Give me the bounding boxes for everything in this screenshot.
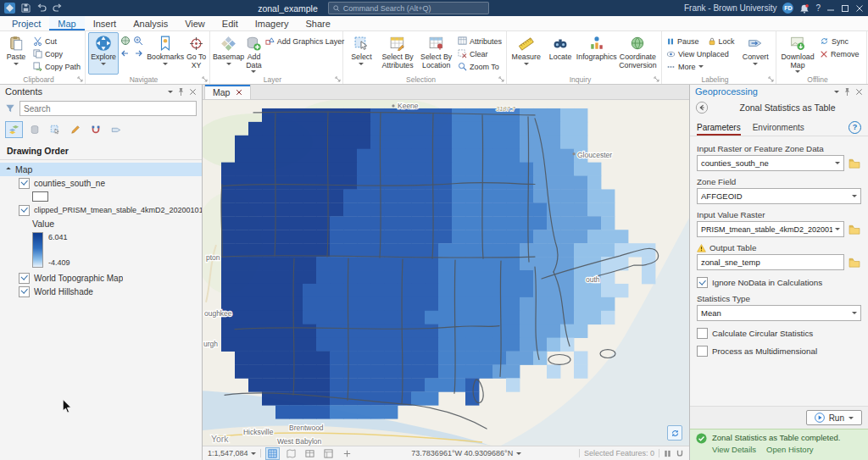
view-unplaced-button[interactable]: View Unplaced	[665, 47, 737, 60]
select-by-attributes-button[interactable]: Select By Attributes	[379, 32, 417, 75]
back-button[interactable]	[695, 101, 709, 114]
bookmarks-button[interactable]: Bookmarks	[147, 32, 184, 75]
expander-icon[interactable]	[6, 167, 11, 172]
signed-in-user[interactable]: Frank - Brown University	[684, 3, 776, 13]
redo-icon[interactable]	[53, 3, 63, 13]
avatar[interactable]: FD	[782, 3, 793, 14]
filter-funnel-icon[interactable]	[5, 103, 15, 114]
zoom-to-selection-button[interactable]: Zoom To	[456, 60, 504, 73]
zone-data-combo[interactable]: counties_south_ne	[697, 155, 844, 171]
explore-button[interactable]: Explore	[88, 32, 119, 75]
tool-help-icon[interactable]: ?	[849, 121, 861, 134]
contents-search-input[interactable]	[19, 101, 197, 116]
statusbar-add-view-icon[interactable]	[340, 447, 354, 460]
layer-visibility-checkbox[interactable]	[19, 178, 30, 189]
list-by-labeling-button[interactable]	[107, 121, 125, 138]
coordinate-conversion-button[interactable]: Coordinate Conversion	[617, 32, 659, 75]
tree-item-raster-layer[interactable]: clipped_PRISM_tmean_stable_4kmD2_2020010…	[0, 203, 202, 217]
map-canvas[interactable]: Keene 3187.7 Gloucester outh pton oughke…	[203, 100, 689, 446]
cut-button[interactable]: Cut	[31, 35, 82, 47]
add-graphics-layer-button[interactable]: Add Graphics Layer	[264, 35, 347, 47]
scale-combo[interactable]: 1:1,547,084	[208, 449, 256, 457]
labeling-launcher-icon[interactable]	[768, 76, 774, 82]
statusbar-grid-view-icon[interactable]	[265, 447, 280, 460]
run-button[interactable]: Run	[806, 410, 862, 425]
undo-icon[interactable]	[36, 3, 47, 13]
geoprocessing-menu-caret-icon[interactable]	[834, 91, 839, 93]
more-labeling-button[interactable]: More	[665, 60, 737, 73]
pause-drawing-icon[interactable]	[664, 450, 671, 457]
contents-close-icon[interactable]	[189, 88, 197, 96]
tree-item-topographic-layer[interactable]: World Topographic Map	[0, 271, 202, 285]
next-extent-icon[interactable]	[133, 48, 145, 60]
list-by-source-button[interactable]	[25, 121, 43, 138]
list-by-editing-button[interactable]	[66, 121, 84, 138]
notifications-bell-icon[interactable]	[799, 3, 810, 14]
tab-share[interactable]: Share	[298, 16, 339, 30]
clipboard-launcher-icon[interactable]	[77, 76, 83, 82]
minimize-icon[interactable]	[826, 4, 835, 13]
help-icon[interactable]: ?	[815, 3, 821, 13]
contents-pin-icon[interactable]	[177, 87, 185, 97]
infographics-button[interactable]: Infographics	[578, 32, 615, 75]
view-details-link[interactable]: View Details	[712, 445, 756, 454]
layer-visibility-checkbox[interactable]	[19, 286, 30, 297]
add-data-button[interactable]: Add Data	[246, 32, 262, 75]
fixed-zoom-in-icon[interactable]	[133, 36, 145, 47]
inquiry-launcher-icon[interactable]	[654, 76, 659, 82]
statistics-type-combo[interactable]: Mean	[697, 305, 861, 321]
selection-launcher-icon[interactable]	[498, 76, 504, 82]
tree-item-hillshade-layer[interactable]: World Hillshade	[0, 285, 202, 298]
value-raster-combo[interactable]: PRISM_tmean_stable_4kmD2_20200101_bil.bi…	[697, 221, 844, 237]
sync-button[interactable]: Sync	[818, 35, 861, 47]
polygon-symbol-swatch[interactable]	[32, 191, 48, 202]
lock-labels-button[interactable]: Lock	[706, 35, 737, 47]
clear-selection-button[interactable]: Clear	[456, 47, 504, 60]
select-by-location-button[interactable]: Select By Location	[418, 32, 454, 75]
ignore-nodata-checkbox[interactable]: Ignore NoData in Calculations	[697, 277, 861, 288]
open-history-link[interactable]: Open History	[766, 445, 813, 454]
tab-view[interactable]: View	[176, 16, 214, 30]
navigate-launcher-icon[interactable]	[202, 76, 208, 82]
go-to-xy-button[interactable]: Go To XY	[186, 32, 207, 75]
copy-path-button[interactable]: Copy Path	[31, 60, 82, 73]
maximize-icon[interactable]	[841, 4, 849, 13]
statusbar-layout-icon[interactable]	[321, 447, 336, 460]
layer-visibility-checkbox[interactable]	[19, 273, 30, 284]
counties-symbol-row[interactable]	[0, 190, 202, 203]
browse-folder-icon[interactable]	[848, 157, 861, 170]
tree-item-counties-layer[interactable]: counties_south_ne	[0, 176, 202, 190]
locate-button[interactable]: Locate	[544, 32, 576, 75]
previous-extent-icon[interactable]	[120, 48, 132, 60]
browse-folder-icon[interactable]	[848, 256, 861, 269]
statusbar-table-icon[interactable]	[303, 447, 317, 460]
browse-folder-icon[interactable]	[848, 223, 861, 236]
paste-button[interactable]: Paste	[3, 32, 30, 75]
tab-analysis[interactable]: Analysis	[125, 16, 176, 30]
layer-launcher-icon[interactable]	[335, 76, 341, 82]
attributes-button[interactable]: Attributes	[456, 35, 504, 47]
tree-item-map[interactable]: Map	[0, 163, 202, 176]
list-by-snapping-button[interactable]	[86, 121, 104, 138]
full-extent-icon[interactable]	[120, 36, 132, 47]
tab-map[interactable]: Map	[49, 16, 84, 30]
statusbar-map-icon[interactable]	[284, 447, 298, 460]
measure-button[interactable]: Measure	[509, 32, 542, 75]
snapping-toggle-icon[interactable]	[676, 449, 684, 457]
remove-button[interactable]: Remove	[818, 47, 861, 60]
tab-edit[interactable]: Edit	[214, 16, 247, 30]
tab-parameters[interactable]: Parameters	[697, 119, 741, 136]
circular-statistics-checkbox[interactable]: Calculate Circular Statistics	[697, 328, 861, 339]
basemap-button[interactable]: Basemap	[213, 32, 244, 75]
tab-imagery[interactable]: Imagery	[247, 16, 298, 30]
select-button[interactable]: Select	[346, 32, 377, 75]
output-table-input[interactable]: zonal_sne_temp	[697, 254, 844, 270]
layer-visibility-checkbox[interactable]	[19, 205, 30, 216]
zone-field-combo[interactable]: AFFGEOID	[697, 188, 861, 204]
close-icon[interactable]	[855, 4, 864, 13]
convert-labels-button[interactable]: Convert	[738, 32, 773, 75]
close-tab-icon[interactable]	[236, 89, 242, 96]
tab-project[interactable]: Project	[3, 16, 49, 30]
coordinates-combo[interactable]: 73.7836961°W 40.9309686°N	[411, 449, 521, 457]
tab-environments[interactable]: Environments	[753, 119, 804, 136]
